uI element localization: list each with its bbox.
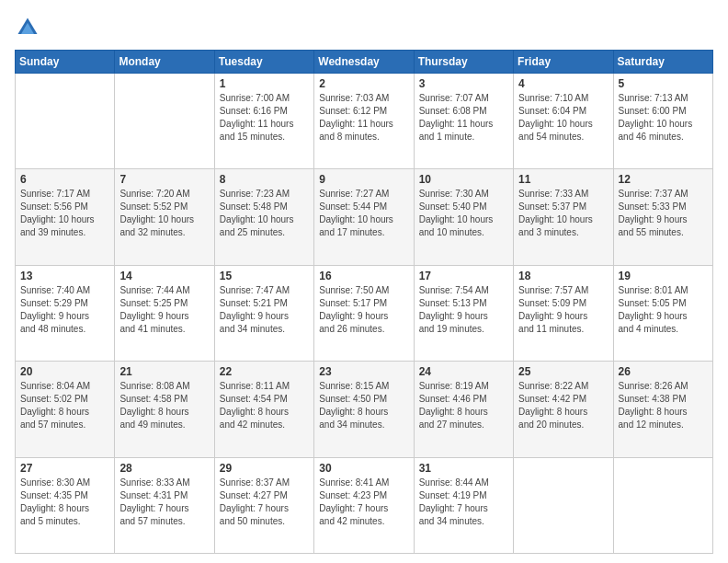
calendar-week-5: 27Sunrise: 8:30 AM Sunset: 4:35 PM Dayli…	[16, 457, 713, 553]
day-info: Sunrise: 7:57 AM Sunset: 5:09 PM Dayligh…	[518, 284, 608, 336]
day-info: Sunrise: 8:33 AM Sunset: 4:31 PM Dayligh…	[119, 477, 209, 528]
day-info: Sunrise: 7:37 AM Sunset: 5:33 PM Dayligh…	[619, 188, 708, 239]
calendar-cell: 30Sunrise: 8:41 AM Sunset: 4:23 PM Dayli…	[314, 457, 414, 553]
calendar-cell: 14Sunrise: 7:44 AM Sunset: 5:25 PM Dayli…	[115, 265, 214, 361]
day-number: 18	[518, 270, 608, 282]
day-info: Sunrise: 7:20 AM Sunset: 5:52 PM Dayligh…	[119, 188, 209, 239]
day-info: Sunrise: 8:26 AM Sunset: 4:38 PM Dayligh…	[619, 380, 708, 431]
day-number: 14	[119, 270, 209, 282]
calendar-cell: 12Sunrise: 7:37 AM Sunset: 5:33 PM Dayli…	[613, 169, 712, 265]
calendar-cell: 4Sunrise: 7:10 AM Sunset: 6:04 PM Daylig…	[514, 74, 613, 169]
calendar-cell: 21Sunrise: 8:08 AM Sunset: 4:58 PM Dayli…	[115, 362, 214, 457]
calendar-cell: 22Sunrise: 8:11 AM Sunset: 4:54 PM Dayli…	[214, 362, 313, 457]
calendar-cell: 11Sunrise: 7:33 AM Sunset: 5:37 PM Dayli…	[514, 169, 613, 265]
calendar-cell: 16Sunrise: 7:50 AM Sunset: 5:17 PM Dayli…	[314, 265, 414, 361]
calendar-week-2: 6Sunrise: 7:17 AM Sunset: 5:56 PM Daylig…	[16, 169, 713, 265]
day-number: 9	[319, 173, 408, 186]
day-number: 2	[319, 77, 408, 90]
day-number: 28	[119, 462, 209, 475]
day-number: 11	[518, 173, 608, 186]
day-info: Sunrise: 8:15 AM Sunset: 4:50 PM Dayligh…	[319, 380, 408, 431]
day-info: Sunrise: 8:41 AM Sunset: 4:23 PM Dayligh…	[319, 477, 408, 528]
calendar-cell: 27Sunrise: 8:30 AM Sunset: 4:35 PM Dayli…	[16, 457, 115, 553]
calendar-cell: 7Sunrise: 7:20 AM Sunset: 5:52 PM Daylig…	[115, 169, 214, 265]
day-number: 5	[619, 77, 708, 90]
calendar-table: SundayMondayTuesdayWednesdayThursdayFrid…	[15, 50, 713, 554]
calendar-cell: 8Sunrise: 7:23 AM Sunset: 5:48 PM Daylig…	[214, 169, 313, 265]
day-info: Sunrise: 7:47 AM Sunset: 5:21 PM Dayligh…	[220, 284, 309, 336]
calendar-cell: 18Sunrise: 7:57 AM Sunset: 5:09 PM Dayli…	[514, 265, 613, 361]
day-number: 19	[619, 270, 708, 282]
calendar-cell: 31Sunrise: 8:44 AM Sunset: 4:19 PM Dayli…	[414, 457, 513, 553]
calendar-cell	[613, 457, 712, 553]
day-info: Sunrise: 7:33 AM Sunset: 5:37 PM Dayligh…	[518, 188, 608, 239]
calendar-cell: 25Sunrise: 8:22 AM Sunset: 4:42 PM Dayli…	[514, 362, 613, 457]
calendar-cell	[16, 74, 115, 169]
day-number: 12	[619, 173, 708, 186]
day-info: Sunrise: 8:44 AM Sunset: 4:19 PM Dayligh…	[419, 477, 508, 528]
weekday-header-sunday: Sunday	[16, 51, 115, 74]
day-number: 1	[220, 77, 309, 90]
calendar-cell: 19Sunrise: 8:01 AM Sunset: 5:05 PM Dayli…	[613, 265, 712, 361]
day-info: Sunrise: 8:19 AM Sunset: 4:46 PM Dayligh…	[419, 380, 508, 431]
day-number: 24	[419, 365, 508, 378]
day-number: 3	[419, 77, 508, 90]
day-number: 7	[119, 173, 209, 186]
day-info: Sunrise: 8:22 AM Sunset: 4:42 PM Dayligh…	[518, 380, 608, 431]
day-info: Sunrise: 8:11 AM Sunset: 4:54 PM Dayligh…	[220, 380, 309, 431]
day-number: 4	[518, 77, 608, 90]
day-info: Sunrise: 7:30 AM Sunset: 5:40 PM Dayligh…	[419, 188, 508, 239]
day-number: 15	[220, 270, 309, 282]
day-info: Sunrise: 7:03 AM Sunset: 6:12 PM Dayligh…	[319, 92, 408, 144]
day-number: 30	[319, 462, 408, 475]
page: SundayMondayTuesdayWednesdayThursdayFrid…	[0, 0, 728, 563]
day-number: 20	[20, 365, 109, 378]
calendar-cell	[514, 457, 613, 553]
day-number: 29	[220, 462, 309, 475]
day-info: Sunrise: 7:00 AM Sunset: 6:16 PM Dayligh…	[220, 92, 309, 144]
day-info: Sunrise: 7:07 AM Sunset: 6:08 PM Dayligh…	[419, 92, 508, 144]
day-info: Sunrise: 7:40 AM Sunset: 5:29 PM Dayligh…	[20, 284, 109, 336]
day-number: 23	[319, 365, 408, 378]
day-number: 6	[20, 173, 109, 186]
calendar-cell: 13Sunrise: 7:40 AM Sunset: 5:29 PM Dayli…	[16, 265, 115, 361]
calendar-cell: 6Sunrise: 7:17 AM Sunset: 5:56 PM Daylig…	[16, 169, 115, 265]
calendar-cell: 26Sunrise: 8:26 AM Sunset: 4:38 PM Dayli…	[613, 362, 712, 457]
calendar-cell: 9Sunrise: 7:27 AM Sunset: 5:44 PM Daylig…	[314, 169, 414, 265]
day-number: 16	[319, 270, 408, 282]
calendar-cell: 5Sunrise: 7:13 AM Sunset: 6:00 PM Daylig…	[613, 74, 712, 169]
weekday-header-tuesday: Tuesday	[214, 51, 313, 74]
calendar-cell: 28Sunrise: 8:33 AM Sunset: 4:31 PM Dayli…	[115, 457, 214, 553]
day-info: Sunrise: 8:08 AM Sunset: 4:58 PM Dayligh…	[119, 380, 209, 431]
calendar-cell: 24Sunrise: 8:19 AM Sunset: 4:46 PM Dayli…	[414, 362, 513, 457]
day-info: Sunrise: 7:13 AM Sunset: 6:00 PM Dayligh…	[619, 92, 708, 144]
day-info: Sunrise: 7:54 AM Sunset: 5:13 PM Dayligh…	[419, 284, 508, 336]
weekday-header-wednesday: Wednesday	[314, 51, 414, 74]
day-number: 22	[220, 365, 309, 378]
weekday-header-thursday: Thursday	[414, 51, 513, 74]
day-info: Sunrise: 8:04 AM Sunset: 5:02 PM Dayligh…	[20, 380, 109, 431]
weekday-header-monday: Monday	[115, 51, 214, 74]
calendar-cell: 1Sunrise: 7:00 AM Sunset: 6:16 PM Daylig…	[214, 74, 313, 169]
calendar-week-4: 20Sunrise: 8:04 AM Sunset: 5:02 PM Dayli…	[16, 362, 713, 457]
calendar-cell: 29Sunrise: 8:37 AM Sunset: 4:27 PM Dayli…	[214, 457, 313, 553]
day-info: Sunrise: 7:44 AM Sunset: 5:25 PM Dayligh…	[119, 284, 209, 336]
day-info: Sunrise: 7:27 AM Sunset: 5:44 PM Dayligh…	[319, 188, 408, 239]
logo	[15, 15, 44, 40]
day-number: 25	[518, 365, 608, 378]
day-number: 10	[419, 173, 508, 186]
calendar-cell: 17Sunrise: 7:54 AM Sunset: 5:13 PM Dayli…	[414, 265, 513, 361]
calendar-cell	[115, 74, 214, 169]
day-number: 17	[419, 270, 508, 282]
day-number: 27	[20, 462, 109, 475]
logo-icon	[15, 15, 40, 40]
day-info: Sunrise: 7:17 AM Sunset: 5:56 PM Dayligh…	[20, 188, 109, 239]
calendar-cell: 3Sunrise: 7:07 AM Sunset: 6:08 PM Daylig…	[414, 74, 513, 169]
calendar-week-1: 1Sunrise: 7:00 AM Sunset: 6:16 PM Daylig…	[16, 74, 713, 169]
day-info: Sunrise: 8:01 AM Sunset: 5:05 PM Dayligh…	[619, 284, 708, 336]
day-info: Sunrise: 7:50 AM Sunset: 5:17 PM Dayligh…	[319, 284, 408, 336]
calendar-week-3: 13Sunrise: 7:40 AM Sunset: 5:29 PM Dayli…	[16, 265, 713, 361]
header	[15, 15, 713, 40]
calendar-cell: 2Sunrise: 7:03 AM Sunset: 6:12 PM Daylig…	[314, 74, 414, 169]
day-info: Sunrise: 7:10 AM Sunset: 6:04 PM Dayligh…	[518, 92, 608, 144]
